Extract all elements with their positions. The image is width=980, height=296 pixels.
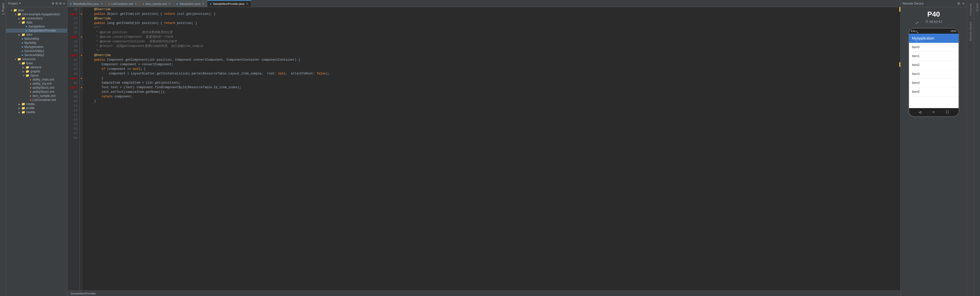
expand-icon[interactable]: ⤢: [915, 21, 919, 25]
phone-side-buttons: ⤢ ⤡ ○: [915, 21, 919, 43]
tab-ListContainer[interactable]: ●ListContainer.xml✕: [106, 0, 140, 7]
gutter-51: [80, 103, 83, 108]
tree-label-media: media: [26, 102, 35, 106]
tree-label-ability_main.xml: ability_main.xml: [32, 78, 54, 81]
tree-item-media[interactable]: ▶📁media: [6, 102, 67, 106]
tab-SampleItem[interactable]: ●SampleItem.java✕: [173, 0, 207, 7]
tree-item-resources[interactable]: ▼📁resources: [6, 57, 67, 61]
tree-label-ServiceAbility2: ServiceAbility2: [24, 53, 45, 57]
code-content[interactable]: @Override public Object getItem(int posi…: [83, 7, 899, 290]
tab-close-ListContainer[interactable]: ✕: [135, 2, 137, 6]
tree-item-element[interactable]: ▶📁element: [6, 65, 67, 70]
code-line-40: /**: [87, 25, 895, 30]
tree-item-data[interactable]: ▼📁data: [6, 21, 67, 24]
tree-item-MainAbility[interactable]: ●MainAbility: [6, 37, 67, 41]
tree-item-item_sample.xml[interactable]: ●item_sample.xml: [6, 94, 67, 98]
tree-label-slice: slice: [26, 33, 32, 36]
phone-list-item-3: Item3: [909, 70, 959, 79]
phone-time: 4:42: [911, 30, 916, 32]
circle-icon[interactable]: ○: [915, 39, 919, 43]
code-line-41: * @param position 组件在数据集里的位置: [87, 30, 895, 35]
tree-item-ability_main.xml[interactable]: ●ability_main.xml: [6, 78, 67, 82]
line-num-38: 38: [70, 44, 77, 48]
code-editor[interactable]: 3031323334353637383940414243444546474849…: [67, 7, 900, 290]
tree-item-connections[interactable]: ▶📁connections: [6, 16, 67, 21]
previewer-tab[interactable]: Previewer: [968, 0, 973, 19]
phone-list-item-5: Item5: [909, 87, 959, 97]
tab-close-SampleItemProvider[interactable]: ✕: [246, 2, 248, 6]
tree-label-ServiceAbility1: ServiceAbility1: [24, 49, 45, 53]
gutter-53: [80, 113, 83, 117]
tab-label-MainAbilitySlice: MainAbilitySlice.java: [73, 2, 99, 5]
code-line-30: @Override: [87, 7, 895, 12]
tree-item-abilitySlice2.xml[interactable]: ●abilitySlice2.xml: [6, 90, 67, 94]
tree-item-java[interactable]: ▼📁java: [6, 8, 67, 12]
scrollbar-markers: [899, 7, 900, 290]
tree-item-profile[interactable]: ▶📁profile: [6, 106, 67, 110]
remote-close-icon[interactable]: ✕: [962, 2, 965, 5]
tab-item_sample[interactable]: ●item_sample.xml✕: [140, 0, 173, 7]
code-line-53: SampleItem sampleItem = list.get(positio…: [87, 81, 895, 85]
line-num-34: 34: [70, 25, 77, 30]
sidebar-close-icon[interactable]: ✕: [63, 1, 65, 6]
phone-content: Item0Item1Item2Item3Item4Item5: [909, 43, 959, 108]
code-line-55: text.setText(sampleItem.getName());: [87, 90, 895, 94]
scroll-marker-1: [899, 7, 900, 12]
tab-SampleItemProvider[interactable]: ●SampleItemProvider.java✕: [207, 0, 251, 7]
code-line-48: Component component = convertComponent;: [87, 62, 895, 67]
timer-value: 00:52:57: [929, 20, 942, 24]
tree-item-MyAbility[interactable]: ●MyAbility: [6, 41, 67, 45]
code-line-46: @Override: [87, 53, 895, 58]
code-line-49: if (component == null) {: [87, 67, 895, 71]
remote-header: Remote Device ⚙ ✕: [900, 0, 967, 7]
tab-MainAbilitySlice[interactable]: ●MainAbilitySlice.java✕: [67, 0, 106, 7]
tree-item-ability_my.xml[interactable]: ●ability_my.xml: [6, 82, 67, 85]
project-tab[interactable]: 1: Project: [0, 0, 6, 296]
gutter-47: ▶: [80, 85, 83, 90]
tree-item-MyApplication[interactable]: ●MyApplication: [6, 45, 67, 49]
tree-item-layout[interactable]: ▼📁layout: [6, 73, 67, 78]
tree-item-base[interactable]: ▼📁base: [6, 61, 67, 65]
tree-item-ListContainer.xml[interactable]: ●ListContainer.xml: [6, 98, 67, 102]
tree-item-graphic[interactable]: ▶📁graphic: [6, 70, 67, 73]
tree-item-com[interactable]: ▼📁com.example.myapplication: [6, 12, 67, 16]
sidebar-settings-icon[interactable]: ⚙: [59, 1, 61, 6]
phone-list-item-4: Item4: [909, 79, 959, 87]
line-num-43: 43: [70, 67, 77, 71]
phone-list-item-1: Item1: [909, 52, 959, 61]
tree-item-SampleItemProvider[interactable]: ●SampleItemProvider: [6, 28, 67, 33]
tree-label-resources: resources: [22, 57, 36, 61]
gutter-36: ▶: [80, 35, 83, 39]
tree-label-MyAbility: MyAbility: [24, 41, 37, 44]
phone-nav-bar: ◁ ○ □: [909, 108, 959, 116]
tree-item-ServiceAbility1[interactable]: ●ServiceAbility1: [6, 49, 67, 53]
sidebar-collapse-icon[interactable]: ⊟: [56, 1, 58, 6]
remote-device-tab[interactable]: Remote Device: [968, 19, 973, 44]
tree-item-SampleItem[interactable]: ●SampleItem: [6, 24, 67, 28]
gutter-50: [80, 99, 83, 103]
line-num-32: 32: [70, 16, 77, 21]
tab-close-MainAbilitySlice[interactable]: ✕: [100, 2, 103, 6]
gradle-tab[interactable]: Gradle: [974, 0, 980, 296]
sidebar-icons: ⚙ ⊟ ⚙ ✕: [52, 1, 65, 6]
tab-close-SampleItem[interactable]: ✕: [202, 2, 205, 6]
tree-item-rawfile[interactable]: ▶📁rawfile: [6, 110, 67, 114]
tab-close-item_sample[interactable]: ✕: [168, 2, 171, 6]
sidebar-sync-icon[interactable]: ⚙: [52, 1, 54, 6]
rotate-icon[interactable]: ⤡: [915, 30, 919, 35]
tab-label-item_sample: item_sample.xml: [146, 2, 167, 5]
gutter-45: ▶: [80, 76, 83, 81]
gutter-56: [80, 127, 83, 131]
tree-item-abilitySlice1.xml[interactable]: ●abilitySlice1.xml: [6, 85, 67, 90]
remote-settings-icon[interactable]: ⚙: [957, 2, 960, 5]
line-num-41: 41: [70, 58, 77, 62]
code-line-42: * @param convertComponent 复重用的前一个组件: [87, 35, 895, 39]
tab-bar: ●MainAbilitySlice.java✕●ListContainer.xm…: [67, 0, 900, 7]
code-line-56: return component;: [87, 94, 895, 99]
line-num-56: 56: [70, 127, 77, 131]
remote-content: P40 ⏱ 00:52:57 4:42 100% MyApplication I…: [900, 7, 967, 296]
tree-label-connections: connections: [26, 17, 43, 20]
tree-item-ServiceAbility2[interactable]: ●ServiceAbility2: [6, 53, 67, 57]
tree-item-slice[interactable]: ▶📁slice: [6, 33, 67, 37]
remote-header-icons: ⚙ ✕: [957, 2, 965, 5]
